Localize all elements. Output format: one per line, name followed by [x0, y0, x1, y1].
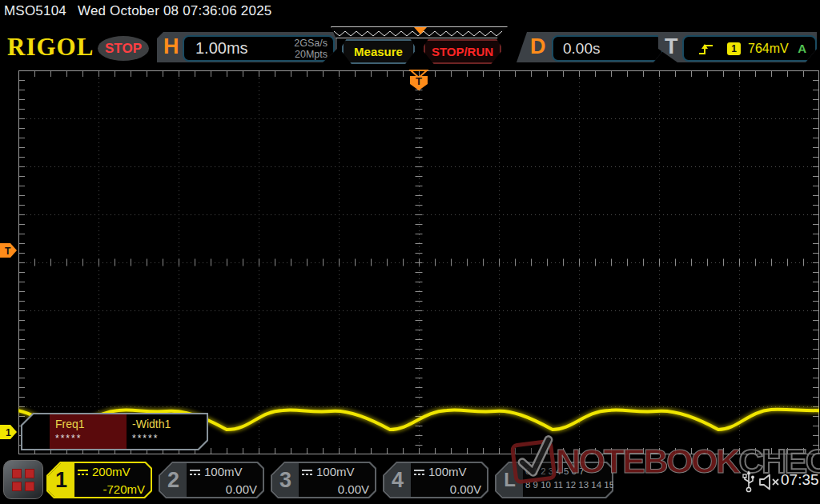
clock: 07:35: [781, 471, 819, 489]
dc-coupling-icon: [413, 468, 425, 476]
datetime-label: Wed October 08 07:36:06 2025: [78, 3, 272, 18]
sample-rate: 2GSa/s: [294, 38, 328, 49]
measurement-name: -Width1: [132, 418, 203, 430]
menu-grid-icon: [12, 469, 34, 491]
horizontal-settings-box[interactable]: H 1.00ms 2GSa/s 20Mpts: [157, 32, 337, 62]
measurement-name: Freq1: [55, 418, 127, 430]
memory-position-marker: [414, 27, 427, 34]
channel-2-scale: 100mV: [204, 465, 243, 478]
delay-value: 0.00s: [563, 40, 600, 58]
measurement-popup[interactable]: Freq1 ***** -Width1 *****: [21, 413, 208, 450]
horizontal-label: H: [163, 34, 179, 59]
channel-2-number: 2: [160, 463, 187, 497]
trigger-level-letter: T: [5, 246, 11, 257]
channel-4-scale: 100mV: [428, 465, 467, 478]
measurement-value: *****: [55, 433, 127, 444]
rigol-logo: RIGOL: [7, 33, 94, 62]
trigger-label: T: [665, 34, 678, 59]
trigger-settings-box[interactable]: T 1 764mV A: [658, 32, 817, 62]
channel-4-offset: 0.00V: [450, 482, 481, 496]
run-state-badge: STOP: [98, 36, 149, 61]
timebase-value: 1.00ms: [195, 39, 248, 58]
channel-2-offset: 0.00V: [226, 482, 257, 496]
menu-button[interactable]: [3, 460, 43, 499]
measure-button[interactable]: Measure: [342, 39, 415, 64]
measurement-freq1[interactable]: Freq1 *****: [50, 414, 127, 449]
timebase-display: 1.00ms 2GSa/s 20Mpts: [183, 35, 335, 62]
channel-1-box[interactable]: 1 200mV -720mV: [46, 462, 152, 498]
memory-depth: 20Mpts: [295, 49, 328, 60]
channel-3-offset: 0.00V: [338, 482, 369, 496]
trigger-mode: A: [798, 42, 806, 55]
channel-4-number: 4: [384, 463, 411, 497]
acquisition-rates: 2GSa/s 20Mpts: [294, 38, 328, 60]
graticule: [18, 70, 819, 454]
channel-1-number: 1: [48, 463, 74, 497]
dc-coupling-icon: [301, 468, 313, 476]
channel-1-scale: 200mV: [92, 465, 131, 478]
channel-4-box[interactable]: 4 100mV 0.00V: [383, 462, 488, 498]
waveform-memory-bar[interactable]: [331, 26, 508, 38]
logic-label: L: [496, 463, 523, 497]
channel-1-offset: -720mV: [102, 482, 145, 496]
channel-3-box[interactable]: 3 100mV 0.00V: [271, 462, 376, 498]
speaker-muted-icon: [758, 474, 781, 490]
measurement-value: *****: [132, 433, 203, 444]
trigger-display: 1 764mV A: [682, 35, 817, 62]
trigger-position-letter: T: [416, 75, 422, 87]
measurement-width1[interactable]: -Width1 *****: [127, 414, 203, 449]
trigger-level-value: 764mV: [748, 42, 789, 56]
channel-2-box[interactable]: 2 100mV 0.00V: [159, 462, 264, 498]
channel-3-number: 3: [272, 463, 299, 497]
logic-row-1: 0 1 2 3 4 5 6 7: [525, 465, 614, 478]
channel-3-scale: 100mV: [316, 465, 355, 478]
ch1-position-number: 1: [6, 427, 11, 438]
model-label: MSO5104: [4, 3, 66, 18]
delay-label: D: [530, 34, 546, 59]
logic-channel-numbers: 0 1 2 3 4 5 6 7 8 9 10 11 12 13 14 15: [525, 465, 614, 493]
trigger-position-marker[interactable]: T: [408, 69, 430, 91]
status-header: MSO5104Wed October 08 07:36:06 2025: [4, 3, 283, 19]
stop-run-button[interactable]: STOP/RUN: [424, 39, 501, 64]
delay-display: 0.00s: [552, 35, 663, 62]
delay-settings-box[interactable]: D 0.00s: [514, 32, 665, 62]
dc-coupling-icon: [77, 468, 89, 476]
popup-spacer: [22, 414, 50, 449]
trigger-level-marker[interactable]: T: [0, 243, 18, 258]
dc-coupling-icon: [189, 468, 201, 476]
trigger-source-badge: 1: [727, 42, 741, 55]
logic-channels-box[interactable]: L 0 1 2 3 4 5 6 7 8 9 10 11 12 13 14 15: [495, 462, 613, 498]
logic-row-2: 8 9 10 11 12 13 14 15: [525, 478, 614, 492]
usb-icon: [742, 470, 756, 493]
ch1-position-marker[interactable]: 1: [0, 425, 18, 439]
trigger-edge-icon: [698, 42, 714, 56]
